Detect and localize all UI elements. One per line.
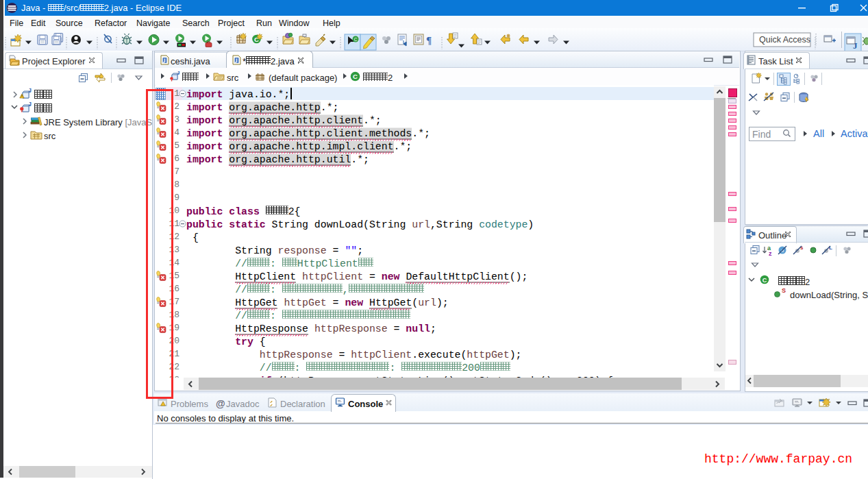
svg-text:Quick Access: Quick Access bbox=[759, 35, 810, 45]
svg-text:L: L bbox=[829, 245, 832, 251]
svg-text:J: J bbox=[177, 71, 179, 76]
svg-text:C: C bbox=[354, 37, 358, 42]
svg-text:z: z bbox=[769, 250, 772, 257]
svg-text:¶: ¶ bbox=[426, 35, 432, 46]
svg-text:C: C bbox=[353, 73, 358, 80]
svg-text:J: J bbox=[853, 40, 858, 51]
svg-text:J: J bbox=[28, 101, 32, 108]
svg-text:J: J bbox=[28, 88, 32, 94]
svg-text:C: C bbox=[762, 277, 767, 284]
svg-text:s: s bbox=[800, 245, 804, 251]
